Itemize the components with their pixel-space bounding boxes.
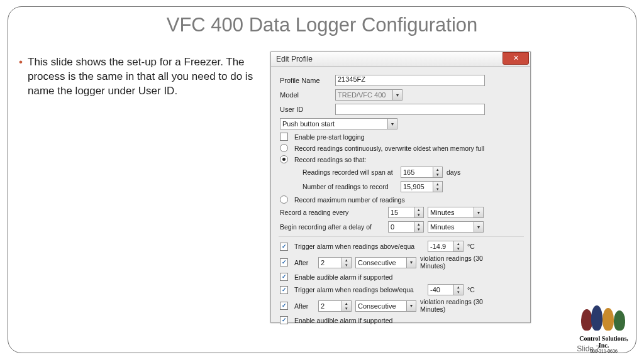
- record-max-label: Record maximum number of readings: [294, 196, 405, 204]
- violation-below-label: violation readings (30 Minutes): [420, 299, 489, 313]
- profile-name-label: Profile Name: [280, 77, 331, 84]
- record-so-that-label: Record readings so that:: [294, 156, 366, 163]
- chevron-down-icon: ▾: [474, 207, 483, 217]
- chevron-up-icon: ▴: [457, 241, 460, 246]
- audible-above-label: Enable audible alarm if supported: [294, 273, 392, 281]
- edit-profile-dialog: Edit Profile ✕ Profile Name 21345FZ Mode…: [270, 52, 531, 323]
- user-id-label: User ID: [280, 106, 331, 113]
- record-every-spinner[interactable]: 15 ▴▾: [388, 207, 424, 218]
- chevron-up-icon: ▴: [436, 167, 439, 172]
- violation-above-label: violation readings (30 Minutes): [420, 255, 489, 270]
- trigger-below-checkbox[interactable]: [280, 286, 288, 294]
- consecutive-above-combo[interactable]: Consecutive ▾: [355, 257, 416, 268]
- chevron-down-icon: ▾: [457, 246, 460, 251]
- slide-title: VFC 400 Data Logger Configuration: [0, 14, 644, 36]
- chevron-up-icon: ▴: [418, 222, 420, 227]
- chevron-down-icon: ▾: [345, 263, 348, 268]
- chevron-down-icon: ▾: [418, 212, 420, 217]
- after-above-spinner[interactable]: 2 ▴▾: [318, 257, 352, 268]
- days-label: days: [447, 168, 460, 176]
- record-every-unit-value: Minutes: [430, 209, 455, 216]
- begin-after-label: Begin recording after a delay of: [280, 223, 384, 231]
- dialog-titlebar: Edit Profile ✕: [271, 52, 530, 67]
- span-at-label: Readings recorded will span at: [303, 168, 397, 176]
- start-mode-combo[interactable]: Push button start ▾: [280, 118, 397, 129]
- deg-c-label: °C: [467, 243, 475, 250]
- audible-below-checkbox[interactable]: [280, 316, 288, 324]
- begin-after-unit-value: Minutes: [430, 223, 455, 231]
- chevron-down-icon: ▾: [392, 90, 402, 100]
- below-temp-spinner[interactable]: -40 ▴▾: [428, 284, 464, 295]
- chevron-up-icon: ▴: [436, 182, 439, 187]
- consecutive-above-value: Consecutive: [358, 259, 396, 266]
- audible-above-checkbox[interactable]: [280, 273, 288, 281]
- bullet-dot: •: [19, 55, 23, 70]
- above-temp-value: -14.9: [430, 243, 446, 250]
- deg-c-label: °C: [467, 286, 475, 293]
- after-below-checkbox[interactable]: [280, 302, 288, 310]
- record-every-unit-combo[interactable]: Minutes ▾: [428, 207, 484, 218]
- chevron-down-icon: ▾: [436, 172, 439, 177]
- begin-after-value: 0: [391, 223, 394, 231]
- begin-after-spinner[interactable]: 0 ▴▾: [388, 221, 424, 233]
- chevron-up-icon: ▴: [457, 285, 460, 290]
- dialog-title: Edit Profile: [276, 55, 313, 63]
- model-label: Model: [280, 91, 331, 99]
- record-every-value: 15: [391, 209, 398, 216]
- chevron-down-icon: ▾: [345, 306, 348, 311]
- consecutive-below-value: Consecutive: [358, 302, 396, 310]
- company-logo: Control Solutions, Inc. 888-311-0636: [575, 304, 633, 353]
- record-max-radio[interactable]: [280, 195, 288, 204]
- span-days-value: 165: [403, 168, 414, 176]
- logo-image: [579, 304, 629, 334]
- start-mode-value: Push button start: [282, 120, 335, 128]
- chevron-down-icon: ▾: [406, 301, 416, 311]
- consecutive-below-combo[interactable]: Consecutive ▾: [355, 300, 416, 312]
- after-above-value: 2: [321, 259, 325, 266]
- audible-below-label: Enable audible alarm if supported: [294, 317, 392, 324]
- bullet-text: • This slide shows the set-up for a Free…: [28, 55, 260, 99]
- model-combo: TRED/VFC 400 ▾: [335, 89, 402, 101]
- model-value: TRED/VFC 400: [338, 91, 386, 99]
- close-icon: ✕: [513, 54, 519, 62]
- chevron-down-icon: ▾: [474, 222, 483, 232]
- after-above-label: After: [294, 259, 314, 266]
- record-continuous-radio[interactable]: [280, 144, 288, 152]
- chevron-down-icon: ▾: [406, 258, 416, 268]
- num-readings-value: 15,905: [403, 183, 425, 190]
- after-below-label: After: [294, 302, 314, 310]
- trigger-above-checkbox[interactable]: [280, 243, 288, 251]
- profile-name-input[interactable]: 21345FZ: [335, 75, 485, 86]
- chevron-down-icon: ▾: [418, 227, 420, 232]
- chevron-up-icon: ▴: [345, 258, 348, 263]
- record-every-label: Record a reading every: [280, 209, 384, 216]
- close-button[interactable]: ✕: [502, 52, 529, 65]
- begin-after-unit-combo[interactable]: Minutes ▾: [428, 221, 484, 233]
- chevron-up-icon: ▴: [418, 207, 420, 212]
- after-below-spinner[interactable]: 2 ▴▾: [318, 300, 352, 312]
- below-temp-value: -40: [430, 286, 440, 293]
- chevron-up-icon: ▴: [345, 301, 348, 306]
- record-so-that-radio[interactable]: [280, 155, 288, 163]
- enable-prestart-checkbox[interactable]: [280, 133, 288, 141]
- trigger-below-label: Trigger alarm when readings below/equa: [294, 286, 424, 293]
- record-continuous-label: Record readings continuously, overwrite …: [294, 145, 484, 152]
- chevron-down-icon: ▾: [457, 290, 460, 295]
- span-days-spinner[interactable]: 165 ▴▾: [401, 167, 443, 178]
- trigger-above-label: Trigger alarm when readings above/equa: [294, 243, 424, 250]
- enable-prestart-label: Enable pre-start logging: [294, 133, 365, 141]
- chevron-down-icon: ▾: [387, 119, 397, 129]
- above-temp-spinner[interactable]: -14.9 ▴▾: [428, 241, 464, 252]
- bullet-content: This slide shows the set-up for a Freeze…: [28, 56, 253, 97]
- user-id-input[interactable]: [335, 104, 485, 115]
- logo-phone: 888-311-0636: [575, 349, 633, 353]
- logo-company-name: Control Solutions, Inc.: [575, 336, 633, 349]
- num-readings-label: Number of readings to record: [303, 183, 397, 190]
- after-below-value: 2: [321, 302, 325, 310]
- num-readings-spinner[interactable]: 15,905 ▴▾: [401, 181, 443, 192]
- chevron-down-icon: ▾: [436, 187, 439, 192]
- after-above-checkbox[interactable]: [280, 258, 288, 266]
